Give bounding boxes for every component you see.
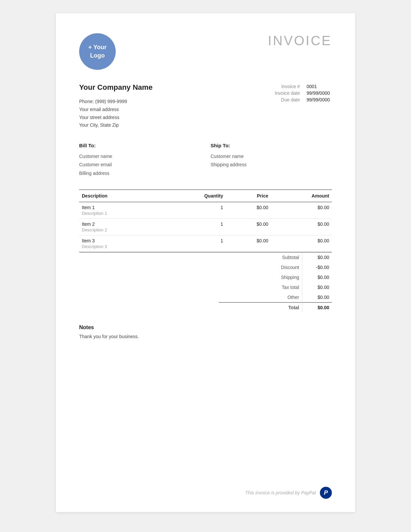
table-row: Item 3 1 $0.00 $0.00 [79, 235, 332, 244]
bill-to-address: Billing address [79, 169, 201, 178]
shipping-value: $0.00 [302, 272, 332, 282]
item-qty-2: 1 [161, 235, 226, 244]
paypal-icon: P [320, 487, 332, 499]
col-header-quantity: Quantity [161, 190, 226, 202]
discount-value: -$0.00 [302, 262, 332, 272]
discount-label: Discount [219, 262, 302, 272]
notes-text: Thank you for your business. [79, 334, 332, 339]
item-desc-0: Description 1 [79, 211, 332, 219]
logo-line2: Logo [90, 52, 105, 60]
item-amount-1: $0.00 [271, 218, 332, 227]
bill-to-block: Bill To: Customer name Customer email Bi… [79, 143, 201, 178]
invoice-number-value: 0001 [302, 83, 332, 90]
subtotal-value: $0.00 [302, 252, 332, 262]
company-details: Phone: (999) 999-9999 Your email address… [79, 98, 153, 129]
invoice-due-label: Due date [273, 96, 302, 103]
ship-to-label: Ship To: [210, 143, 332, 148]
invoice-page: + Your Logo INVOICE Your Company Name Ph… [56, 13, 355, 512]
item-amount-0: $0.00 [271, 202, 332, 211]
tax-label: Tax total [219, 282, 302, 292]
ship-to-block: Ship To: Customer name Shipping address [210, 143, 332, 178]
item-name-2: Item 3 [79, 235, 161, 244]
notes-section: Notes Thank you for your business. [79, 325, 332, 339]
ship-to-name: Customer name [210, 152, 332, 161]
total-label: Total [219, 302, 302, 313]
header-row: + Your Logo INVOICE [79, 33, 332, 70]
invoice-number-label: Invoice # [273, 83, 302, 90]
table-row: Item 1 1 $0.00 $0.00 [79, 202, 332, 211]
totals-table: Subtotal $0.00 Discount -$0.00 Shipping … [219, 252, 332, 313]
bill-to-email: Customer email [79, 161, 201, 169]
company-phone: Phone: (999) 999-9999 [79, 98, 153, 106]
item-qty-1: 1 [161, 218, 226, 227]
bill-to-label: Bill To: [79, 143, 201, 148]
item-price-2: $0.00 [226, 235, 271, 244]
invoice-meta: Invoice # 0001 Invoice date 99/99/0000 D… [273, 83, 332, 103]
item-price-1: $0.00 [226, 218, 271, 227]
invoice-date-label: Invoice date [273, 90, 302, 96]
logo-circle[interactable]: + Your Logo [79, 33, 116, 70]
footer-text: This invoice is provided by PayPal [245, 490, 316, 495]
company-street: Your street address [79, 114, 153, 122]
company-city: Your City, State Zip [79, 121, 153, 129]
table-row: Item 2 1 $0.00 $0.00 [79, 218, 332, 227]
bill-to-details: Customer name Customer email Billing add… [79, 152, 201, 178]
subtotal-label: Subtotal [219, 252, 302, 262]
bill-to-name: Customer name [79, 152, 201, 161]
totals-section: Subtotal $0.00 Discount -$0.00 Shipping … [79, 252, 332, 313]
other-value: $0.00 [302, 292, 332, 303]
notes-label: Notes [79, 325, 332, 331]
invoice-date-value: 99/99/0000 [302, 90, 332, 96]
item-amount-2: $0.00 [271, 235, 332, 244]
addresses-row: Bill To: Customer name Customer email Bi… [79, 143, 332, 178]
col-header-description: Description [79, 190, 161, 202]
col-header-price: Price [226, 190, 271, 202]
shipping-label: Shipping [219, 272, 302, 282]
ship-to-details: Customer name Shipping address [210, 152, 332, 169]
item-desc-2: Description 3 [79, 244, 332, 252]
company-email: Your email address [79, 106, 153, 114]
items-table: Description Quantity Price Amount Item 1… [79, 190, 332, 252]
table-description-row: Description 3 [79, 244, 332, 252]
invoice-due-value: 99/99/0000 [302, 96, 332, 103]
other-label: Other [219, 292, 302, 303]
table-description-row: Description 1 [79, 211, 332, 219]
company-info: Your Company Name Phone: (999) 999-9999 … [79, 83, 153, 129]
total-value: $0.00 [302, 302, 332, 313]
footer: This invoice is provided by PayPal P [245, 487, 332, 499]
col-header-amount: Amount [271, 190, 332, 202]
ship-to-address: Shipping address [210, 161, 332, 169]
invoice-title: INVOICE [268, 33, 332, 48]
company-name: Your Company Name [79, 83, 153, 92]
item-qty-0: 1 [161, 202, 226, 211]
company-section: Your Company Name Phone: (999) 999-9999 … [79, 83, 332, 129]
item-price-0: $0.00 [226, 202, 271, 211]
tax-value: $0.00 [302, 282, 332, 292]
table-description-row: Description 2 [79, 227, 332, 235]
item-name-1: Item 2 [79, 218, 161, 227]
item-name-0: Item 1 [79, 202, 161, 211]
item-desc-1: Description 2 [79, 227, 332, 235]
logo-line1: + Your [88, 43, 107, 52]
